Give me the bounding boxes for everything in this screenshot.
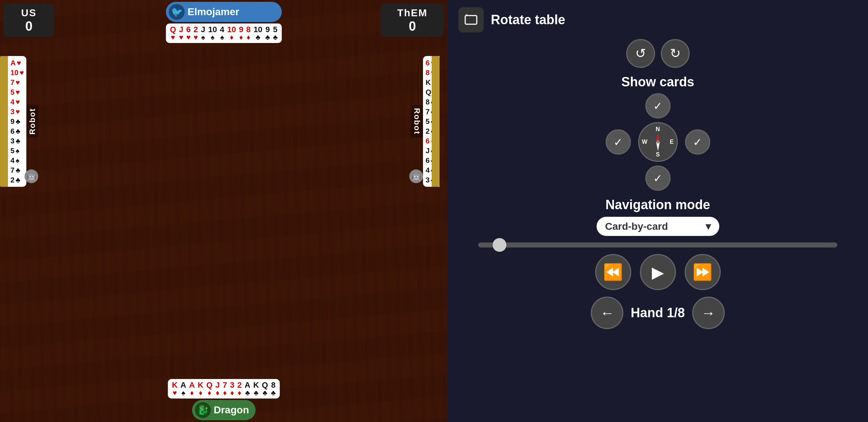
score-them: ThEM 0 <box>381 4 444 37</box>
rotate-table-icon-button[interactable] <box>458 7 484 33</box>
rotate-cw-icon: ↻ <box>670 46 681 61</box>
top-player: 🐦 Elmojamer Q♥ J♥ 6♥ 2♥ J♠ 10♠ 4♠ 10♦ 9♦… <box>166 2 282 43</box>
list-item: 6♥ <box>185 25 192 42</box>
list-item: J♦ <box>214 380 221 397</box>
list-item: 7♥ <box>9 78 25 87</box>
right-player-name: Robot <box>411 105 423 138</box>
rotate-table-label: Rotate table <box>491 12 565 27</box>
list-item: Q♥ <box>169 25 177 42</box>
list-item: 2♥ <box>192 25 199 42</box>
fast-forward-button[interactable]: ⏩ <box>685 254 721 290</box>
list-item: 5♥ <box>9 87 25 97</box>
list-item: 2♣ <box>9 175 25 185</box>
them-value: 0 <box>381 19 444 34</box>
nav-mode-value: Card-by-card <box>605 221 668 232</box>
hand-label: Hand 1/8 <box>631 305 685 320</box>
list-item: A♥ <box>9 58 25 68</box>
right-player-cards: 6♥ 8♥ K♣ Q♣ 8♣ 7♣ 5♣ 2♣ 6♦ J♣ 6♣ 4♣ 3♣ <box>423 56 440 187</box>
score-us: US 0 <box>4 4 54 37</box>
fast-forward-icon: ⏩ <box>693 263 712 281</box>
list-item: Q♣ <box>261 380 269 397</box>
rotate-buttons: ↺ ↻ <box>458 39 857 68</box>
top-player-name: Elmojamer <box>188 6 239 18</box>
svg-point-3 <box>657 141 659 143</box>
show-cards-top-check[interactable]: ✓ <box>645 93 671 119</box>
dropdown-arrow-icon: ▾ <box>706 220 711 232</box>
rotate-cw-button[interactable]: ↻ <box>661 39 690 68</box>
play-button[interactable]: ▶ <box>640 254 676 290</box>
prev-hand-button[interactable]: ← <box>591 297 623 329</box>
compass-widget: N S E W <box>638 122 678 162</box>
bottom-player-avatar-icon: 🐉 <box>197 405 209 416</box>
left-robot-badge: 🤖 <box>25 169 38 183</box>
top-player-cards: Q♥ J♥ 6♥ 2♥ J♠ 10♠ 4♠ 10♦ 9♦ 8♦ 10♣ 9♣ 5… <box>166 23 282 43</box>
list-item: 6♣ <box>9 126 25 136</box>
right-panel: Rotate table ↺ ↻ Show cards ✓ ✓ N S E W <box>448 0 868 422</box>
show-cards-section: Show cards ✓ ✓ N S E W <box>458 74 857 191</box>
right-gold-strip <box>432 56 440 187</box>
list-item: 10♥ <box>9 68 25 77</box>
list-item: 9♣ <box>9 117 25 126</box>
list-item: 3♥ <box>9 107 25 116</box>
rotate-table-section: Rotate table <box>458 7 857 33</box>
list-item: 7♣ <box>9 165 25 175</box>
them-label: ThEM <box>381 7 444 19</box>
show-cards-bottom-row: ✓ <box>645 165 671 191</box>
list-item: J♠ <box>200 25 206 42</box>
top-player-avatar: 🐦 <box>169 4 185 20</box>
bottom-player-avatar: 🐉 <box>195 402 211 418</box>
list-item: A♠ <box>179 380 187 397</box>
bottom-player-name: Dragon <box>214 404 249 416</box>
show-cards-label: Show cards <box>621 74 694 90</box>
list-item: K♣ <box>252 380 260 397</box>
bottom-player-badge: 🐉 Dragon <box>192 400 256 420</box>
hand-nav: ← Hand 1/8 → <box>458 297 857 329</box>
show-cards-east-check[interactable]: ✓ <box>685 129 710 155</box>
list-item: 10♦ <box>226 25 237 42</box>
slider-container <box>478 242 837 247</box>
left-player-name: Robot <box>26 105 39 138</box>
list-item: 8♣ <box>270 380 277 397</box>
us-value: 0 <box>4 19 54 34</box>
list-item: 10♣ <box>253 25 263 42</box>
nav-mode-dropdown[interactable]: Card-by-card ▾ <box>597 217 719 236</box>
nav-mode-label: Navigation mode <box>605 197 710 212</box>
left-player: A♥ 10♥ 7♥ 5♥ 4♥ 3♥ 9♣ 6♣ 3♣ 5♠ 4♠ 7♣ 2♣ … <box>0 56 39 187</box>
list-item: A♣ <box>244 380 252 397</box>
next-hand-icon: → <box>701 305 716 321</box>
svg-rect-0 <box>465 16 477 24</box>
show-cards-west-check[interactable]: ✓ <box>606 129 631 155</box>
top-player-avatar-icon: 🐦 <box>171 7 183 18</box>
list-item: 4♥ <box>9 97 25 107</box>
us-label: US <box>4 7 54 19</box>
compass-row: ✓ N S E W ✓ <box>606 122 710 162</box>
list-item: 5♠ <box>9 146 25 155</box>
slider-thumb[interactable] <box>493 238 506 252</box>
rewind-icon: ⏪ <box>603 263 623 281</box>
list-item: 9♣ <box>264 25 271 42</box>
rewind-button[interactable]: ⏪ <box>595 254 631 290</box>
list-item: 10♠ <box>207 25 218 42</box>
list-item: Q♦ <box>205 380 214 397</box>
rotate-ccw-button[interactable]: ↺ <box>626 39 655 68</box>
list-item: K♦ <box>197 380 205 397</box>
list-item: 8♦ <box>245 25 252 42</box>
list-item: J♥ <box>178 25 184 42</box>
prev-hand-icon: ← <box>600 305 614 321</box>
list-item: 4♠ <box>9 156 25 165</box>
rotate-ccw-icon: ↺ <box>635 46 646 61</box>
right-player: Robot 6♥ 8♥ K♣ Q♣ 8♣ 7♣ 5♣ 2♣ 6♦ J♣ 6♣ 4… <box>411 56 448 187</box>
next-hand-button[interactable]: → <box>692 297 725 329</box>
play-icon: ▶ <box>652 263 664 281</box>
nav-mode-section: Navigation mode Card-by-card ▾ <box>458 197 857 236</box>
slider-track[interactable] <box>478 242 837 247</box>
list-item: 5♣ <box>272 25 279 42</box>
left-gold-strip <box>0 56 8 187</box>
list-item: 4♠ <box>219 25 225 42</box>
show-cards-south-check[interactable]: ✓ <box>645 165 671 191</box>
bottom-player: K♥ A♠ A♦ K♦ Q♦ J♦ 7♦ 3♦ 2♦ A♣ K♣ Q♣ 8♣ 🐉… <box>168 379 280 420</box>
list-item: A♦ <box>188 380 196 397</box>
list-item: 2♦ <box>236 380 243 397</box>
left-player-cards: A♥ 10♥ 7♥ 5♥ 4♥ 3♥ 9♣ 6♣ 3♣ 5♠ 4♠ 7♣ 2♣ <box>8 56 26 187</box>
top-player-badge: 🐦 Elmojamer <box>166 2 282 22</box>
